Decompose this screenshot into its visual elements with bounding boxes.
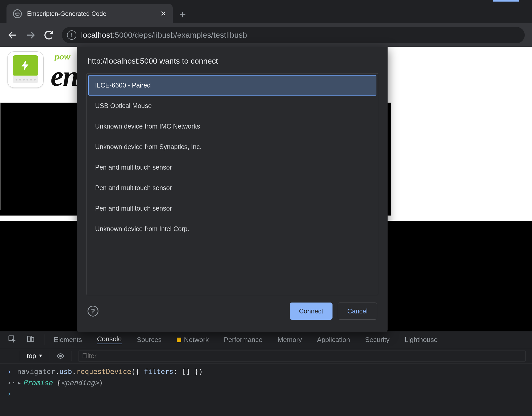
device-list-item[interactable]: USB Optical Mouse <box>88 96 376 116</box>
tab-title: Emscripten-Generated Code <box>27 10 155 17</box>
new-tab-button[interactable]: ＋ <box>175 7 190 21</box>
device-toggle-icon[interactable] <box>26 335 35 345</box>
svg-rect-2 <box>28 336 32 341</box>
window-accent <box>493 0 519 2</box>
lightning-icon <box>13 55 38 76</box>
console-return-value[interactable]: ▸Promise {<pending>} <box>17 379 103 387</box>
chevron-right-icon: › <box>7 390 13 398</box>
console-prompt-line[interactable]: › <box>0 388 532 399</box>
chevron-right-icon: › <box>7 367 13 375</box>
device-list-item[interactable]: ILCE-6600 - Paired <box>88 75 376 96</box>
page-wordmark-fragment: en <box>51 60 78 93</box>
device-list-item[interactable]: Unknown device from Intel Corp. <box>88 219 376 239</box>
url-text: localhost:5000/deps/libusb/examples/test… <box>81 31 247 39</box>
dialog-footer: ? Connect Cancel <box>77 295 388 327</box>
cancel-button[interactable]: Cancel <box>338 303 377 320</box>
devtools-tab-lighthouse[interactable]: Lighthouse <box>404 336 437 344</box>
devtools-tabstrip: ElementsConsoleSourcesNetworkPerformance… <box>0 331 532 348</box>
device-list-item[interactable]: Unknown device from Synaptics, Inc. <box>88 137 376 157</box>
browser-tab[interactable]: Emscripten-Generated Code ✕ <box>6 4 173 23</box>
device-list-item[interactable]: Pen and multitouch sensor <box>88 157 376 178</box>
chevron-left-icon: ‹· <box>7 379 13 387</box>
forward-button[interactable] <box>25 30 36 40</box>
devtools-tab-elements[interactable]: Elements <box>54 336 82 344</box>
device-list[interactable]: ILCE-6600 - PairedUSB Optical MouseUnkno… <box>87 73 378 295</box>
execution-context-selector[interactable]: top▼ <box>27 352 43 360</box>
browser-toolbar: i localhost:5000/deps/libusb/examples/te… <box>0 23 532 47</box>
inspect-element-icon[interactable] <box>8 335 16 345</box>
devtools-tab-security[interactable]: Security <box>365 336 390 344</box>
close-tab-icon[interactable]: ✕ <box>160 9 166 18</box>
console-output[interactable]: › navigator.usb.requestDevice({ filters:… <box>0 364 532 416</box>
devtools-tab-application[interactable]: Application <box>317 336 350 344</box>
emscripten-logo <box>7 51 44 88</box>
globe-icon <box>13 9 22 18</box>
device-list-item[interactable]: Pen and multitouch sensor <box>88 178 376 198</box>
console-entered-code: navigator.usb.requestDevice({ filters: [… <box>17 367 203 375</box>
console-filter-bar: top▼ <box>0 348 532 364</box>
console-return-line: ‹· ▸Promise {<pending>} <box>0 377 532 388</box>
reload-button[interactable] <box>44 30 54 40</box>
page-viewport: pow en http://localhost:5000 wants to co… <box>0 47 532 331</box>
connect-button[interactable]: Connect <box>290 303 332 320</box>
devtools-tab-network[interactable]: Network <box>177 336 209 344</box>
svg-rect-3 <box>31 337 34 341</box>
devtools-panel: ElementsConsoleSourcesNetworkPerformance… <box>0 331 532 416</box>
devtools-tab-sources[interactable]: Sources <box>137 336 162 344</box>
help-icon[interactable]: ? <box>88 306 98 317</box>
console-input-line: › navigator.usb.requestDevice({ filters:… <box>0 366 532 377</box>
dialog-title: http://localhost:5000 wants to connect <box>77 47 388 73</box>
device-list-item[interactable]: Pen and multitouch sensor <box>88 198 376 219</box>
site-info-icon[interactable]: i <box>67 30 76 40</box>
usb-permission-dialog: http://localhost:5000 wants to connect I… <box>77 47 388 332</box>
svg-point-8 <box>59 355 62 357</box>
devtools-tab-memory[interactable]: Memory <box>277 336 302 344</box>
console-filter-input[interactable] <box>78 351 526 361</box>
device-list-item[interactable]: Unknown device from IMC Networks <box>88 116 376 137</box>
tab-strip: Emscripten-Generated Code ✕ ＋ <box>0 0 532 23</box>
address-bar[interactable]: i localhost:5000/deps/libusb/examples/te… <box>62 27 525 43</box>
back-button[interactable] <box>7 30 18 40</box>
devtools-tab-performance[interactable]: Performance <box>224 336 263 344</box>
live-expression-icon[interactable] <box>57 352 64 360</box>
devtools-tab-console[interactable]: Console <box>97 335 122 344</box>
